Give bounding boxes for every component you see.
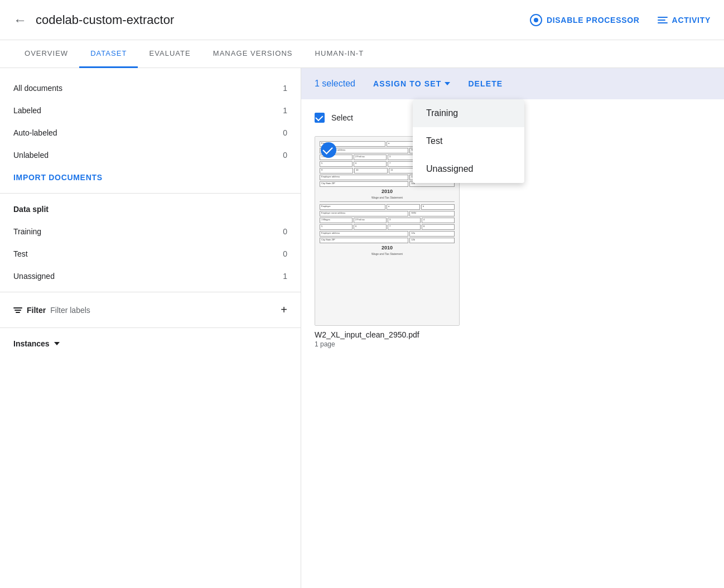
delete-button[interactable]: DELETE: [468, 79, 503, 88]
filter-label: Filter: [27, 306, 46, 315]
sidebar: All documents 1 Labeled 1 Auto-labeled 0…: [0, 68, 301, 588]
instances-chevron-icon: [54, 342, 60, 345]
sidebar-item-all-documents[interactable]: All documents 1: [0, 77, 301, 99]
filter-row: Filter Filter labels +: [0, 297, 301, 323]
disable-processor-button[interactable]: DISABLE PROCESSOR: [530, 14, 640, 26]
header-actions: DISABLE PROCESSOR ACTIVITY: [530, 14, 711, 26]
sidebar-item-training[interactable]: Training 0: [0, 220, 301, 243]
tab-overview[interactable]: OVERVIEW: [13, 40, 79, 68]
w2-year-2: 2010: [320, 245, 455, 250]
activity-button[interactable]: ACTIVITY: [658, 16, 711, 25]
dropdown-item-test[interactable]: Test: [413, 127, 524, 155]
sidebar-item-unlabeled[interactable]: Unlabeled 0: [0, 144, 301, 166]
auto-labeled-label: Auto-labeled: [13, 128, 57, 137]
training-count: 0: [283, 227, 287, 236]
unassigned-count: 1: [283, 272, 287, 281]
select-all-checkbox[interactable]: [315, 113, 325, 123]
sidebar-item-labeled[interactable]: Labeled 1: [0, 99, 301, 122]
document-pages: 1 page: [315, 340, 335, 348]
all-documents-count: 1: [283, 84, 287, 93]
sidebar-item-test[interactable]: Test 0: [0, 243, 301, 265]
data-split-title: Data split: [0, 198, 301, 220]
sidebar-item-auto-labeled[interactable]: Auto-labeled 0: [0, 122, 301, 144]
activity-icon: [658, 17, 668, 23]
dropdown-item-unassigned[interactable]: Unassigned: [413, 155, 524, 183]
document-checkbox[interactable]: [321, 142, 336, 158]
disable-processor-icon: [530, 14, 542, 26]
dropdown-item-training[interactable]: Training: [413, 99, 524, 127]
sidebar-item-unassigned[interactable]: Unassigned 1: [0, 265, 301, 287]
assign-to-set-button[interactable]: ASSIGN TO SET: [373, 79, 450, 88]
test-label: Test: [13, 249, 28, 258]
assign-to-set-dropdown: Training Test Unassigned: [413, 99, 524, 183]
w2-year-1: 2010: [320, 189, 455, 194]
test-count: 0: [283, 249, 287, 258]
labeled-label: Labeled: [13, 106, 41, 115]
tab-manage-versions[interactable]: MANAGE VERSIONS: [202, 40, 304, 68]
import-documents-button[interactable]: IMPORT DOCUMENTS: [0, 166, 301, 189]
header: ← codelab-custom-extractor DISABLE PROCE…: [0, 0, 724, 40]
filter-icon: [13, 307, 22, 313]
unlabeled-label: Unlabeled: [13, 151, 49, 160]
filter-add-button[interactable]: +: [281, 303, 287, 316]
instances-label: Instances: [13, 339, 50, 348]
selected-count: 1 selected: [315, 79, 355, 89]
auto-labeled-count: 0: [283, 128, 287, 137]
document-filename: W2_XL_input_clean_2950.pdf: [315, 330, 419, 339]
labeled-count: 1: [283, 106, 287, 115]
select-all-label: Select: [331, 113, 353, 122]
unlabeled-count: 0: [283, 151, 287, 160]
page-title: codelab-custom-extractor: [36, 13, 530, 27]
training-label: Training: [13, 227, 41, 236]
nav-tabs: OVERVIEW DATASET EVALUATE MANAGE VERSION…: [0, 40, 724, 68]
back-button[interactable]: ←: [13, 12, 27, 28]
all-documents-label: All documents: [13, 84, 62, 93]
sidebar-divider-3: [0, 327, 301, 328]
main-layout: All documents 1 Labeled 1 Auto-labeled 0…: [0, 68, 724, 588]
filter-labels-text: Filter labels: [50, 306, 276, 315]
tab-evaluate[interactable]: EVALUATE: [138, 40, 201, 68]
content-area: 1 selected ASSIGN TO SET DELETE Training…: [301, 68, 724, 588]
unassigned-label: Unassigned: [13, 272, 55, 281]
assign-to-set-chevron-icon: [445, 82, 450, 85]
sidebar-divider: [0, 193, 301, 194]
sidebar-divider-2: [0, 292, 301, 292]
instances-row[interactable]: Instances: [0, 332, 301, 355]
tab-human-in[interactable]: HUMAN-IN-T: [304, 40, 375, 68]
tab-dataset[interactable]: DATASET: [79, 40, 138, 68]
action-bar: 1 selected ASSIGN TO SET DELETE Training…: [301, 68, 724, 99]
